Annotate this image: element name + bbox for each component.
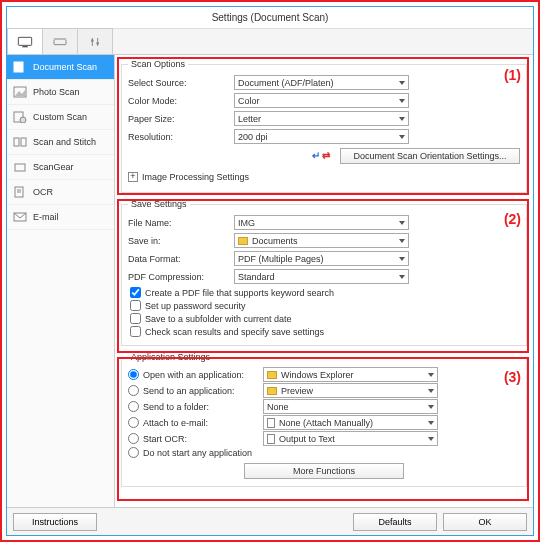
save-in-dropdown[interactable]: Documents	[234, 233, 409, 248]
select-source-dropdown[interactable]: Document (ADF/Platen)	[234, 75, 409, 90]
resolution-label: Resolution:	[128, 132, 234, 142]
scan-options-group: Scan Options Select Source:Document (ADF…	[121, 59, 527, 193]
password-security-checkbox[interactable]	[130, 300, 141, 311]
orientation-settings-button[interactable]: Document Scan Orientation Settings...	[340, 148, 520, 164]
send-to-app-radio[interactable]	[128, 385, 139, 396]
sidebar-item-document-scan[interactable]: Document Scan	[7, 55, 114, 80]
tab-scan-from-panel[interactable]	[42, 28, 78, 54]
footer: Instructions Defaults OK	[7, 507, 533, 535]
paper-size-dropdown[interactable]: Letter	[234, 111, 409, 126]
select-source-label: Select Source:	[128, 78, 234, 88]
open-with-app-dropdown[interactable]: Windows Explorer	[263, 367, 438, 382]
svg-rect-0	[18, 37, 31, 45]
ocr-icon	[13, 186, 27, 198]
annotation-number-2: (2)	[504, 211, 521, 227]
annotation-number-1: (1)	[504, 67, 521, 83]
send-to-folder-radio[interactable]	[128, 401, 139, 412]
svg-point-5	[91, 39, 94, 42]
sidebar: Document Scan Photo Scan Custom Scan Sca…	[7, 55, 115, 507]
page-icon	[267, 418, 275, 428]
image-processing-label: Image Processing Settings	[142, 172, 249, 182]
save-settings-legend: Save Settings	[128, 199, 190, 209]
top-tabbar	[7, 29, 533, 55]
sidebar-item-email[interactable]: E-mail	[7, 205, 114, 230]
tab-scan-from-computer[interactable]	[7, 28, 43, 54]
save-in-label: Save in:	[128, 236, 234, 246]
application-settings-legend: Application Settings	[128, 352, 213, 362]
svg-rect-14	[21, 138, 26, 146]
data-format-label: Data Format:	[128, 254, 234, 264]
pdf-compression-label: PDF Compression:	[128, 272, 234, 282]
sidebar-item-scan-stitch[interactable]: Scan and Stitch	[7, 130, 114, 155]
folder-icon	[267, 387, 277, 395]
more-functions-button[interactable]: More Functions	[244, 463, 404, 479]
main-panel: Scan Options Select Source:Document (ADF…	[115, 55, 533, 507]
color-mode-dropdown[interactable]: Color	[234, 93, 409, 108]
data-format-dropdown[interactable]: PDF (Multiple Pages)	[234, 251, 409, 266]
svg-rect-1	[22, 46, 27, 47]
send-to-folder-dropdown[interactable]: None	[263, 399, 438, 414]
ok-button[interactable]: OK	[443, 513, 527, 531]
document-icon	[13, 61, 27, 73]
svg-rect-15	[15, 164, 25, 171]
window-title: Settings (Document Scan)	[212, 12, 329, 23]
send-to-app-dropdown[interactable]: Preview	[263, 383, 438, 398]
open-with-app-radio[interactable]	[128, 369, 139, 380]
custom-icon	[13, 111, 27, 123]
svg-rect-8	[14, 62, 23, 72]
stitch-icon	[13, 136, 27, 148]
start-ocr-dropdown[interactable]: Output to Text	[263, 431, 438, 446]
start-ocr-radio[interactable]	[128, 433, 139, 444]
tab-general-settings[interactable]	[77, 28, 113, 54]
file-name-label: File Name:	[128, 218, 234, 228]
defaults-button[interactable]: Defaults	[353, 513, 437, 531]
email-icon	[13, 211, 27, 223]
resolution-dropdown[interactable]: 200 dpi	[234, 129, 409, 144]
subfolder-date-checkbox[interactable]	[130, 313, 141, 324]
paper-size-label: Paper Size:	[128, 114, 234, 124]
orientation-swap-icon[interactable]: ↵⇄	[312, 150, 330, 161]
svg-point-7	[96, 42, 99, 45]
svg-marker-10	[15, 90, 25, 96]
page-icon	[267, 434, 275, 444]
attach-email-dropdown[interactable]: None (Attach Manually)	[263, 415, 438, 430]
sidebar-item-custom-scan[interactable]: Custom Scan	[7, 105, 114, 130]
photo-icon	[13, 86, 27, 98]
sidebar-item-ocr[interactable]: OCR	[7, 180, 114, 205]
folder-icon	[238, 237, 248, 245]
svg-rect-13	[14, 138, 19, 146]
pdf-compression-dropdown[interactable]: Standard	[234, 269, 409, 284]
svg-rect-3	[54, 38, 66, 40]
attach-email-radio[interactable]	[128, 417, 139, 428]
sidebar-item-photo-scan[interactable]: Photo Scan	[7, 80, 114, 105]
scan-options-legend: Scan Options	[128, 59, 188, 69]
instructions-button[interactable]: Instructions	[13, 513, 97, 531]
save-settings-group: Save Settings File Name:IMG Save in:Docu…	[121, 199, 527, 346]
sidebar-item-scangear[interactable]: ScanGear	[7, 155, 114, 180]
application-settings-group: Application Settings Open with an applic…	[121, 352, 527, 487]
color-mode-label: Color Mode:	[128, 96, 234, 106]
svg-rect-2	[54, 39, 66, 44]
scangear-icon	[13, 161, 27, 173]
settings-window: Settings (Document Scan) Document Scan P…	[6, 6, 534, 536]
expand-image-processing-button[interactable]: +	[128, 172, 138, 182]
keyword-search-checkbox[interactable]	[130, 287, 141, 298]
folder-icon	[267, 371, 277, 379]
file-name-combo[interactable]: IMG	[234, 215, 409, 230]
check-results-checkbox[interactable]	[130, 326, 141, 337]
annotation-number-3: (3)	[504, 369, 521, 385]
svg-point-12	[20, 117, 26, 123]
titlebar: Settings (Document Scan)	[7, 7, 533, 29]
do-not-start-radio[interactable]	[128, 447, 139, 458]
